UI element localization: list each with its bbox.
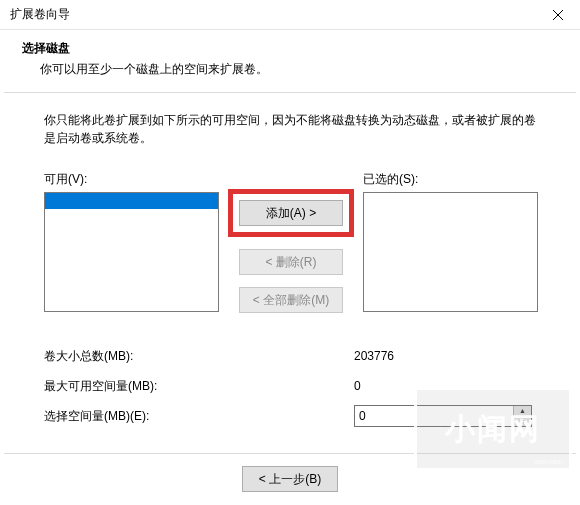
highlight-frame: 添加(A) > (228, 189, 354, 237)
titlebar: 扩展卷向导 (0, 0, 580, 30)
header-subtext: 你可以用至少一个磁盘上的空间来扩展卷。 (22, 61, 562, 78)
total-size-label: 卷大小总数(MB): (44, 348, 354, 365)
transfer-buttons: 添加(A) > < 删除(R) < 全部删除(M) (231, 171, 351, 313)
selected-column: 已选的(S): (363, 171, 538, 312)
header-heading: 选择磁盘 (22, 40, 562, 57)
selected-label: 已选的(S): (363, 171, 538, 188)
select-space-spinner[interactable]: ▲ ▼ (354, 405, 532, 427)
wizard-footer: < 上一步(B) (0, 454, 580, 492)
wizard-header: 选择磁盘 你可以用至少一个磁盘上的空间来扩展卷。 (0, 30, 580, 92)
available-listbox[interactable]: 磁盘 0 1023 MB (44, 192, 219, 312)
max-space-value: 0 (354, 379, 361, 393)
close-button[interactable] (536, 0, 580, 30)
disk-columns: 可用(V): 磁盘 0 1023 MB 添加(A) > < 删除(R) < 全部… (44, 171, 536, 313)
remove-all-button[interactable]: < 全部删除(M) (239, 287, 343, 313)
window-title: 扩展卷向导 (10, 6, 70, 23)
description-text: 你只能将此卷扩展到如下所示的可用空间，因为不能将磁盘转换为动态磁盘，或者被扩展的… (44, 111, 536, 147)
size-fields: 卷大小总数(MB): 203776 最大可用空间量(MB): 0 选择空间量(M… (44, 341, 536, 431)
available-column: 可用(V): 磁盘 0 1023 MB (44, 171, 219, 312)
list-item[interactable]: 磁盘 0 1023 MB (45, 193, 218, 209)
max-space-label: 最大可用空间量(MB): (44, 378, 354, 395)
spinner-up[interactable]: ▲ (514, 406, 531, 417)
total-size-value: 203776 (354, 349, 394, 363)
spinner-buttons: ▲ ▼ (513, 406, 531, 426)
add-button[interactable]: 添加(A) > (239, 200, 343, 226)
select-space-input[interactable] (355, 406, 513, 426)
back-button[interactable]: < 上一步(B) (242, 466, 338, 492)
selected-listbox[interactable] (363, 192, 538, 312)
select-space-row: 选择空间量(MB)(E): ▲ ▼ (44, 401, 536, 431)
wizard-content: 你只能将此卷扩展到如下所示的可用空间，因为不能将磁盘转换为动态磁盘，或者被扩展的… (0, 93, 580, 431)
disk-name: 磁盘 0 (82, 210, 116, 224)
remove-button[interactable]: < 删除(R) (239, 249, 343, 275)
available-label: 可用(V): (44, 171, 219, 188)
spinner-down[interactable]: ▼ (514, 417, 531, 427)
max-space-row: 最大可用空间量(MB): 0 (44, 371, 536, 401)
select-space-label: 选择空间量(MB)(E): (44, 408, 354, 425)
disk-size: 1023 MB (143, 210, 191, 224)
total-size-row: 卷大小总数(MB): 203776 (44, 341, 536, 371)
close-icon (553, 10, 563, 20)
